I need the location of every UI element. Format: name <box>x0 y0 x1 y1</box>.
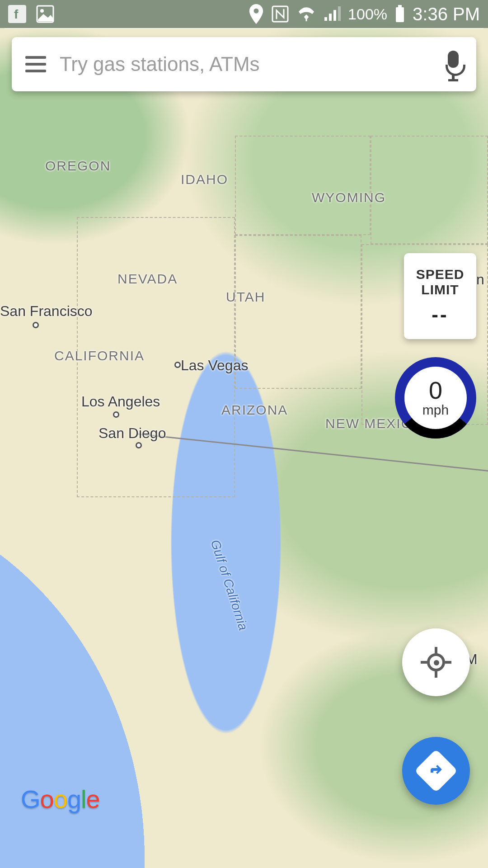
battery-icon <box>394 5 405 23</box>
map-label-las-vegas: Las Vegas <box>181 357 248 374</box>
my-location-button[interactable] <box>402 628 470 696</box>
svg-text:f: f <box>14 7 19 21</box>
crosshair-icon <box>422 649 450 676</box>
city-dot-san-diego <box>136 442 142 448</box>
status-divider <box>5 28 483 29</box>
map-label-oregon: OREGON <box>45 158 111 174</box>
status-bar: f 100% 3:36 PM <box>0 0 488 28</box>
speedometer: 0 mph <box>395 357 476 439</box>
image-notification-icon <box>36 5 54 23</box>
search-input[interactable] <box>46 53 444 75</box>
map-label-san-francisco: San Francisco <box>0 303 93 320</box>
directions-icon <box>414 749 458 793</box>
map-label-wyoming: WYOMING <box>312 190 386 205</box>
speed-limit-label-1: SPEED <box>416 267 465 283</box>
map-label-san-diego: San Diego <box>99 425 166 442</box>
google-attribution: Google <box>21 784 100 814</box>
search-bar[interactable] <box>12 37 476 91</box>
map-canvas[interactable]: OREGON IDAHO WYOMING NEVADA UTAH CALIFOR… <box>0 0 488 868</box>
map-label-arizona: ARIZONA <box>221 402 288 418</box>
voice-search-button[interactable] <box>444 51 463 78</box>
map-label-nevada: NEVADA <box>117 271 178 287</box>
wifi-icon <box>296 6 316 22</box>
map-label-utah: UTAH <box>226 289 265 305</box>
speedometer-unit: mph <box>422 402 449 418</box>
map-label-idaho: IDAHO <box>181 172 228 187</box>
svg-rect-6 <box>398 5 402 7</box>
speed-limit-label-2: LIMIT <box>421 282 459 298</box>
map-label-los-angeles: Los Angeles <box>81 393 160 410</box>
speed-limit-value: -- <box>432 303 448 326</box>
city-dot-las-vegas <box>174 362 181 368</box>
speed-limit-sign: SPEED LIMIT -- <box>404 253 476 339</box>
map-label-california: CALIFORNIA <box>54 348 145 363</box>
city-dot-los-angeles <box>113 411 119 418</box>
battery-percent: 100% <box>348 5 387 23</box>
speedometer-value: 0 <box>429 378 442 402</box>
map-label-gulf-of-california: Gulf of California <box>208 538 251 632</box>
state-border <box>371 136 488 244</box>
menu-button[interactable] <box>25 56 46 72</box>
svg-point-3 <box>40 9 44 13</box>
location-icon <box>249 4 264 24</box>
clock: 3:36 PM <box>413 4 480 24</box>
cell-signal-icon <box>324 6 341 22</box>
directions-button[interactable] <box>402 737 470 805</box>
facebook-notification-icon: f <box>8 5 26 23</box>
state-border <box>235 235 361 389</box>
state-border <box>235 136 371 235</box>
city-dot-san-francisco <box>33 322 39 328</box>
nfc-icon <box>271 5 289 23</box>
svg-rect-5 <box>396 7 404 22</box>
